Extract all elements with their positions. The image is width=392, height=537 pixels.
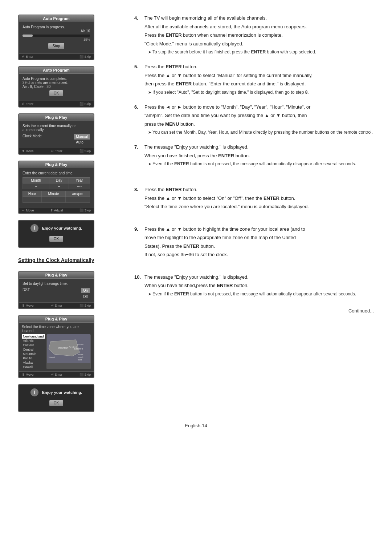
tz-alaska[interactable]: Alaska (22, 360, 45, 365)
hour-val: -- (23, 197, 42, 203)
footer-skip-2: ⬛ Skip (79, 102, 91, 106)
svg-text:Atlantic: Atlantic (77, 343, 84, 346)
plug-play-datetime-box: Plug & Play Enter the current date and t… (18, 161, 94, 214)
step-4: 4. The TV will begin memorizing all of t… (134, 15, 374, 57)
clock-mode-menu: Manual Auto (74, 134, 90, 145)
step-7: 7. The message "Enjoy your watching." is… (134, 144, 374, 169)
menu-auto[interactable]: Auto (74, 140, 90, 145)
step-10-content: The message "Enjoy your watching." is di… (144, 274, 356, 299)
enjoy-box-1: i Enjoy your watching. OK (18, 220, 94, 248)
progress-pct: 15% (23, 38, 90, 41)
step6-line2: "am/pm". Set the date and time you want … (144, 112, 373, 119)
auto-prog-footer-2: ⏎ Enter ⬛ Skip (19, 101, 94, 107)
footer-move-dst: ⬆ Move (22, 304, 34, 307)
step9-line2: move the highlight to the appropriate ti… (144, 234, 305, 241)
step8-line1: Press the ENTER button. (144, 186, 309, 193)
us-map-svg: Mountain Central Atlantic Eastern Hawaii… (46, 334, 91, 363)
dst-footer: ⬆ Move ⏎ Enter ⬛ Skip (19, 302, 94, 308)
footer-skip-pp2: ⬛ Skip (79, 209, 91, 212)
tz-pacific[interactable]: Pacific (22, 356, 45, 360)
progress-bar-inner (23, 35, 33, 37)
step8-line2: Press the ▲ or ▼ button to select "On" o… (144, 195, 309, 202)
enjoy-icon-2: i (30, 388, 38, 396)
year-val: ---- (69, 183, 90, 189)
step10-line1: The message "Enjoy your watching." is di… (144, 274, 356, 281)
year-header: Year (69, 178, 90, 183)
ampm-header: am/pm (66, 191, 90, 197)
step-8-num: 8. (134, 186, 142, 212)
dst-off[interactable]: Off (81, 294, 90, 299)
step-7-content: The message "Enjoy your watching." is di… (144, 144, 356, 169)
minute-val: -- (41, 197, 65, 203)
auto-program-body-1: Auto Program in progress. Air 16 15% Sto… (19, 22, 94, 53)
step4-note: To stop the search before it has finishe… (144, 49, 316, 55)
step-6: 6. Press the ◄ or ► button to move to "M… (134, 104, 374, 137)
hour-header: Hour (23, 191, 42, 197)
timezone-box: Plug & Play Select the time zone where y… (18, 315, 94, 378)
tz-newfoundland[interactable]: Newfoundland (22, 334, 45, 339)
footer-page-num: English-14 (185, 423, 207, 428)
step-6-num: 6. (134, 104, 142, 137)
timezone-desc: Select the time zone where you are locat… (22, 325, 91, 333)
time-table: Hour Minute am/pm -- -- -- (23, 191, 90, 203)
plug-play-desc: Sets the current time manually or automa… (23, 124, 90, 132)
enjoy-icon-1: i (30, 224, 38, 232)
auto-prog-complete: Auto Program is completed. (23, 77, 90, 81)
step-6-content: Press the ◄ or ► button to move to "Mont… (144, 104, 373, 137)
menu-manual[interactable]: Manual (74, 134, 90, 140)
step9-line3: States). Press the ENTER button. (144, 243, 305, 250)
plug-play-clock-box: Plug & Play Sets the current time manual… (18, 113, 94, 155)
plug-play-footer-1: ⬆ Move ⏎ Enter ⬛ Skip (19, 148, 94, 154)
page-footer: English-14 (18, 419, 374, 428)
tz-central[interactable]: Central (22, 347, 45, 352)
date-table: Month Day Year -- -- ---- (23, 177, 90, 189)
step9-line1: Press the ▲ or ▼ button to highlight the… (144, 226, 305, 233)
month-header: Month (23, 178, 49, 183)
section-clock-auto-heading: Setting the Clock Automatically (18, 257, 123, 263)
progress-bar-outer (23, 35, 90, 37)
auto-prog-channels: 39 channels are memorized. (23, 81, 90, 85)
enjoy-ok-btn-1[interactable]: OK (49, 236, 63, 242)
tz-atlantic[interactable]: Atlantic (22, 339, 45, 343)
footer-move-tz: ⬆ Move (22, 373, 34, 376)
auto-program-header-1: Auto Program (19, 15, 94, 22)
step-8: 8. Press the ENTER button. Press the ▲ o… (134, 186, 374, 212)
tz-hawaii[interactable]: Hawaii (22, 365, 45, 369)
tz-eastern[interactable]: Eastern (22, 343, 45, 347)
step4-line4: "Clock Mode." menu is automatically disp… (144, 40, 316, 48)
step-10: 10. The message "Enjoy your watching." i… (134, 274, 374, 299)
enjoy-ok-btn-2[interactable]: OK (49, 400, 63, 406)
ok-button-1[interactable]: OK (49, 90, 63, 96)
step-9-num: 9. (134, 226, 142, 260)
auto-prog-air-row: Air 16 (23, 29, 90, 33)
timezone-map: Mountain Central Atlantic Eastern Hawaii… (46, 334, 91, 369)
tz-mountain[interactable]: Mountain (22, 352, 45, 356)
step-5-num: 5. (134, 63, 142, 97)
stop-button[interactable]: Stop (48, 43, 65, 49)
plug-play-header-1: Plug & Play (19, 114, 94, 121)
dst-on[interactable]: On (81, 288, 90, 293)
day-header: Day (49, 178, 69, 183)
stop-btn-container: Stop (23, 41, 90, 51)
step6-line3: press the MENU button. (144, 121, 373, 128)
svg-text:Newf-: Newf- (78, 354, 83, 356)
footer-skip-pp1: ⬛ Skip (79, 149, 91, 153)
auto-prog-status: Auto Program in progress. (23, 25, 90, 29)
step10-line2: When you have finished,press the ENTER b… (144, 282, 356, 289)
step-10-num: 10. (134, 274, 142, 299)
timezone-footer: ⬆ Move ⏎ Enter ⬛ Skip (19, 371, 94, 377)
plug-play-body-1: Sets the current time manually or automa… (19, 121, 94, 148)
clock-mode-label: Clock Mode (23, 134, 42, 138)
dst-header: Plug & Play (19, 272, 94, 279)
step4-line1: The TV will begin memorizing all of the … (144, 15, 316, 22)
step4-line3: Press the ENTER button when channel memo… (144, 32, 316, 39)
left-column: Auto Program Auto Program in progress. A… (18, 15, 123, 412)
plug-play-body-2: Enter the current date and time. Month D… (19, 168, 94, 207)
footer-enter-1: ⏎ Enter (22, 55, 33, 58)
footer-move-1: ⬆ Move (22, 149, 34, 153)
step5-note: If you select "Auto", "Set to daylight s… (144, 89, 313, 96)
dst-body: Set to daylight savings time. DST On Off (19, 279, 94, 302)
auto-prog-footer-1: ⏎ Enter ⬛ Skip (19, 53, 94, 60)
auto-program-header-2: Auto Program (19, 67, 94, 74)
enjoy-text-1: Enjoy your watching. (42, 226, 82, 230)
